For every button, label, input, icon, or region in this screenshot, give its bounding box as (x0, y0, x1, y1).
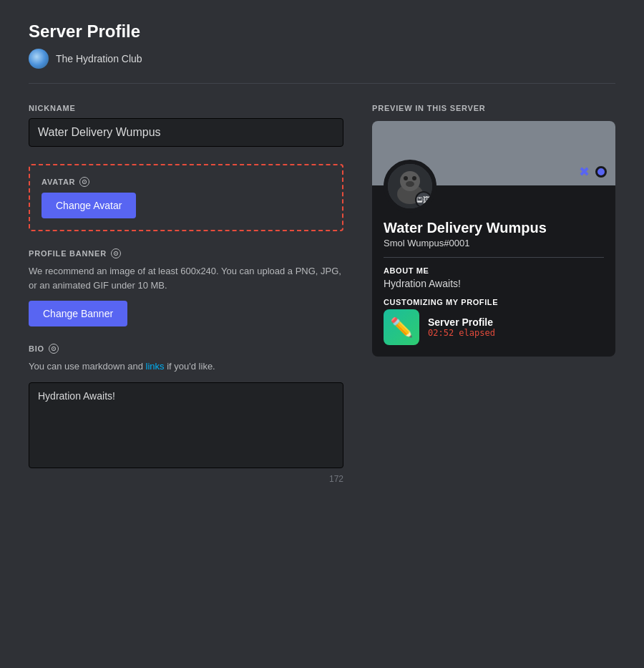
change-avatar-button[interactable]: Change Avatar (42, 193, 136, 218)
svg-point-4 (404, 176, 408, 180)
card-username: Water Delivery Wumpus (384, 220, 604, 236)
server-name: The Hydration Club (56, 53, 142, 64)
status-dot (595, 166, 607, 178)
bio-description: You can use markdown and links if you'd … (29, 359, 343, 374)
bio-info-icon[interactable]: ⊙ (49, 344, 59, 354)
activity-time: 02:52 elapsed (428, 328, 604, 338)
nickname-label: Nickname (29, 104, 343, 112)
card-avatar: 🖼 (384, 160, 436, 213)
divider (29, 83, 615, 84)
avatar-overlay-button[interactable]: 🖼 (415, 191, 432, 208)
svg-point-5 (412, 176, 416, 180)
activity-title: Server Profile (428, 316, 604, 328)
activity-icon: ✏️ (384, 309, 419, 345)
profile-banner-description: We recommend an image of at least 600x24… (29, 264, 343, 292)
card-actions: ✖ (579, 164, 607, 180)
profile-banner-label: Profile Banner ⊙ (29, 248, 343, 258)
bio-label: Bio ⊙ (29, 344, 343, 354)
card-tag: Smol Wumpus#0001 (384, 238, 604, 248)
main-content: Nickname Avatar ⊙ Change Avatar Profile … (29, 104, 615, 501)
avatar-section: Avatar ⊙ Change Avatar (29, 164, 343, 231)
profile-banner-info-icon[interactable]: ⊙ (111, 248, 121, 258)
bio-counter: 172 (29, 474, 343, 484)
server-icon (29, 49, 49, 69)
card-divider (384, 257, 604, 258)
page-container: Server Profile The Hydration Club Nickna… (0, 0, 644, 523)
profile-banner-section: Profile Banner ⊙ We recommend an image o… (29, 248, 343, 326)
profile-card: 🖼 ✖ Water Delivery Wumpus Smol Wumpus#00… (372, 121, 615, 357)
customizing-label: Customizing My Profile (384, 298, 604, 306)
avatar-label: Avatar ⊙ (42, 177, 331, 187)
bio-textarea[interactable]: Hydration Awaits! (29, 382, 343, 468)
nickname-input[interactable] (29, 118, 343, 147)
activity-row: ✏️ Server Profile 02:52 elapsed (384, 309, 604, 345)
about-me-label: About Me (384, 266, 604, 275)
left-panel: Nickname Avatar ⊙ Change Avatar Profile … (29, 104, 343, 501)
bio-section: Bio ⊙ You can use markdown and links if … (29, 344, 343, 484)
change-banner-button[interactable]: Change Banner (29, 301, 127, 326)
about-me-content: Hydration Awaits! (384, 278, 604, 289)
bio-links-link[interactable]: links (146, 361, 165, 372)
right-panel: Preview In This Server (372, 104, 615, 357)
card-avatar-wrap: 🖼 (384, 160, 436, 213)
preview-label: Preview In This Server (372, 104, 615, 112)
avatar-info-icon[interactable]: ⊙ (79, 177, 89, 187)
card-banner: 🖼 ✖ (372, 121, 615, 185)
nickname-section: Nickname (29, 104, 343, 147)
activity-info: Server Profile 02:52 elapsed (428, 316, 604, 338)
svg-point-3 (406, 181, 414, 187)
page-title: Server Profile (29, 21, 615, 42)
server-row: The Hydration Club (29, 49, 615, 69)
customize-icon[interactable]: ✖ (579, 164, 590, 180)
